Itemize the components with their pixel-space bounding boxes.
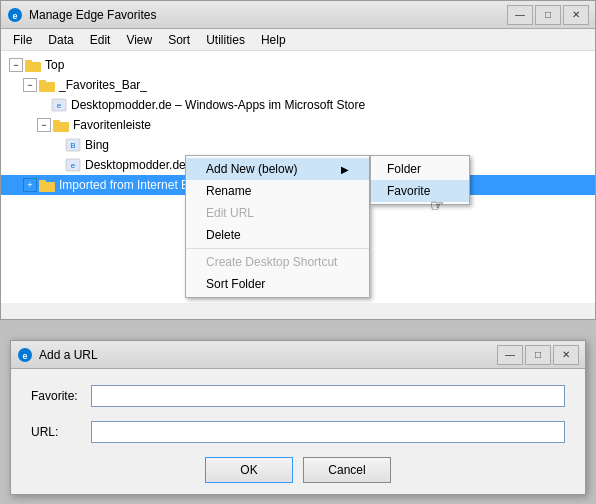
maximize-button[interactable]: □	[535, 5, 561, 25]
dialog-maximize-button[interactable]: □	[525, 345, 551, 365]
folder-icon-imported	[39, 178, 55, 192]
dialog-window: e Add a URL — □ ✕ Favorite: URL: OK Canc…	[10, 340, 586, 495]
svg-text:e: e	[12, 11, 17, 21]
svg-text:e: e	[57, 101, 62, 110]
menu-help[interactable]: Help	[253, 31, 294, 49]
svg-text:e: e	[22, 351, 27, 361]
dialog-content: Favorite: URL: OK Cancel	[11, 369, 585, 499]
tree-node-favbar[interactable]: − _Favorites_Bar_	[1, 75, 595, 95]
main-title-text: Manage Edge Favorites	[29, 8, 507, 22]
ctx-delete[interactable]: Delete	[186, 224, 369, 246]
svg-rect-9	[53, 120, 60, 123]
dialog-favorite-row: Favorite:	[31, 385, 565, 407]
tree-label-favleiste: Favoritenleiste	[73, 118, 151, 132]
ctx-separator	[186, 248, 369, 249]
menu-sort[interactable]: Sort	[160, 31, 198, 49]
tree-label-desktopmodder1: Desktopmodder.de – Windows-Apps im Micro…	[71, 98, 365, 112]
tree-node-bing[interactable]: B Bing	[1, 135, 595, 155]
submenu-arrow: ▶	[341, 164, 349, 175]
tree-node-favleiste[interactable]: − Favoritenleiste	[1, 115, 595, 135]
dialog-url-input[interactable]	[91, 421, 565, 443]
dialog-cancel-button[interactable]: Cancel	[303, 457, 391, 483]
submenu: Folder Favorite	[370, 155, 470, 205]
svg-rect-15	[39, 180, 46, 183]
folder-icon-top	[25, 58, 41, 72]
expand-favleiste[interactable]: −	[37, 118, 51, 132]
context-menu: Add New (below) ▶ Rename Edit URL Delete…	[185, 155, 370, 298]
dialog-minimize-button[interactable]: —	[497, 345, 523, 365]
dialog-url-label: URL:	[31, 425, 91, 439]
ctx-create-shortcut: Create Desktop Shortcut	[186, 251, 369, 273]
menu-file[interactable]: File	[5, 31, 40, 49]
menu-utilities[interactable]: Utilities	[198, 31, 253, 49]
expand-imported[interactable]: +	[23, 178, 37, 192]
svg-rect-5	[39, 80, 46, 83]
menu-edit[interactable]: Edit	[82, 31, 119, 49]
ctx-add-new[interactable]: Add New (below) ▶	[186, 158, 369, 180]
svg-rect-8	[53, 122, 69, 132]
main-window-controls: — □ ✕	[507, 5, 589, 25]
menu-view[interactable]: View	[118, 31, 160, 49]
dialog-url-row: URL:	[31, 421, 565, 443]
close-button[interactable]: ✕	[563, 5, 589, 25]
dialog-close-button[interactable]: ✕	[553, 345, 579, 365]
dialog-window-controls: — □ ✕	[497, 345, 579, 365]
fav-icon-2: e	[65, 158, 81, 172]
folder-icon-favbar	[39, 78, 55, 92]
dialog-title-text: Add a URL	[39, 348, 497, 362]
menu-data[interactable]: Data	[40, 31, 81, 49]
fav-icon-bing: B	[65, 138, 81, 152]
submenu-folder[interactable]: Folder	[371, 158, 469, 180]
tree-label-favbar: _Favorites_Bar_	[59, 78, 147, 92]
expand-favbar[interactable]: −	[23, 78, 37, 92]
tree-node-desktopmodder1[interactable]: e Desktopmodder.de – Windows-Apps im Mic…	[1, 95, 595, 115]
ctx-rename[interactable]: Rename	[186, 180, 369, 202]
fav-icon-1: e	[51, 98, 67, 112]
dialog-ok-button[interactable]: OK	[205, 457, 293, 483]
ctx-sort-folder[interactable]: Sort Folder	[186, 273, 369, 295]
dialog-title-bar: e Add a URL — □ ✕	[11, 341, 585, 369]
edge-icon: e	[7, 7, 23, 23]
ctx-edit-url: Edit URL	[186, 202, 369, 224]
dialog-edge-icon: e	[17, 347, 33, 363]
folder-icon-favleiste	[53, 118, 69, 132]
svg-rect-14	[39, 182, 55, 192]
svg-rect-3	[25, 60, 32, 63]
svg-text:B: B	[70, 141, 75, 150]
dialog-favorite-input[interactable]	[91, 385, 565, 407]
svg-text:e: e	[71, 161, 76, 170]
main-title-bar: e Manage Edge Favorites — □ ✕	[1, 1, 595, 29]
minimize-button[interactable]: —	[507, 5, 533, 25]
tree-label-bing: Bing	[85, 138, 109, 152]
tree-label-top: Top	[45, 58, 64, 72]
submenu-favorite[interactable]: Favorite	[371, 180, 469, 202]
tree-node-top[interactable]: − Top	[1, 55, 595, 75]
svg-rect-4	[39, 82, 55, 92]
dialog-favorite-label: Favorite:	[31, 389, 91, 403]
dialog-buttons: OK Cancel	[31, 457, 565, 483]
expand-top[interactable]: −	[9, 58, 23, 72]
menu-bar: File Data Edit View Sort Utilities Help	[1, 29, 595, 51]
svg-rect-2	[25, 62, 41, 72]
